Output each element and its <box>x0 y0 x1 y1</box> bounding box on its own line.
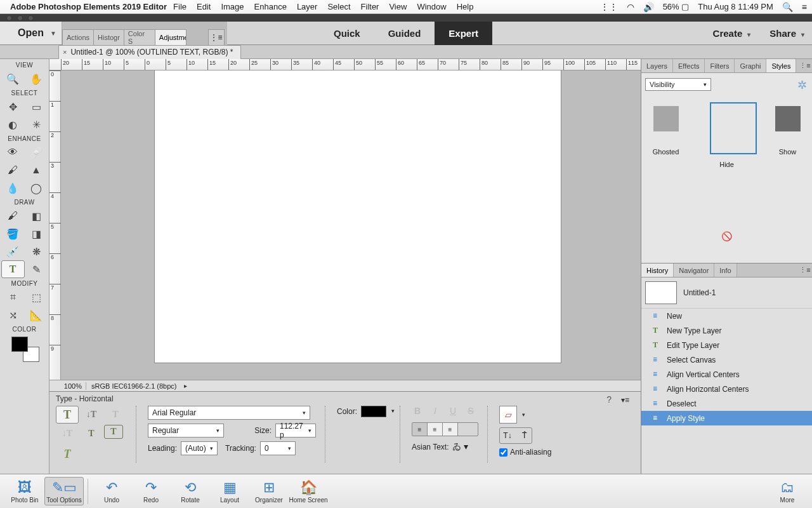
sponge-tool[interactable]: ◯ <box>25 179 48 197</box>
window-zoom-button[interactable] <box>28 15 34 21</box>
volume-icon[interactable]: 🔊 <box>643 2 654 12</box>
palette-tab-adjustments[interactable]: Adjustments <box>155 29 187 45</box>
menu-enhance[interactable]: Enhance <box>254 2 287 11</box>
gradient-tool[interactable]: ◨ <box>25 225 48 243</box>
canvas-viewport[interactable] <box>61 70 641 380</box>
panel-tab-effects[interactable]: Effects <box>673 59 705 72</box>
ruler-horizontal[interactable]: 2015105051015202530354045505560657075808… <box>49 59 641 70</box>
bold-button[interactable]: B <box>412 406 423 416</box>
eyedropper-tool[interactable]: 💉 <box>1 243 25 260</box>
font-size-field[interactable]: 112.27 p <box>275 424 316 438</box>
text-color-swatch[interactable] <box>361 406 386 417</box>
panel-tab-history[interactable]: History <box>641 264 674 277</box>
history-step[interactable]: ≡New <box>641 309 812 323</box>
styles-category-dropdown[interactable]: Visibility <box>645 78 711 91</box>
type-mask-vertical-button[interactable]: ↓T <box>56 425 79 443</box>
font-style-dropdown[interactable]: Regular <box>148 424 224 438</box>
type-mask-horizontal-button[interactable]: T <box>104 406 127 424</box>
style-show[interactable]: Show <box>771 106 805 168</box>
mode-quick[interactable]: Quick <box>320 22 374 45</box>
strikethrough-button[interactable]: S <box>465 406 476 416</box>
blur-tool[interactable]: 💧 <box>1 179 25 197</box>
smart-brush-tool[interactable]: 🖌 <box>1 161 25 179</box>
history-step[interactable]: ≡Align Vertical Centers <box>641 367 812 382</box>
menu-select[interactable]: Select <box>327 2 350 11</box>
clock[interactable]: Thu Aug 8 11:49 PM <box>698 2 773 11</box>
history-step[interactable]: TNew Type Layer <box>641 323 812 338</box>
tool-options-menu-icon[interactable]: ▾≡ <box>621 396 629 404</box>
move-tool[interactable]: ✥ <box>1 98 25 116</box>
panel-tab-filters[interactable]: Filters <box>705 59 735 72</box>
menu-layer[interactable]: Layer <box>297 2 318 11</box>
share-button[interactable]: Share <box>769 28 804 39</box>
align-left-button[interactable]: ≡ <box>412 423 428 436</box>
history-step[interactable]: ≡Align Horizontal Centers <box>641 382 812 396</box>
task-rotate[interactable]: ⟲Rotate <box>171 478 210 505</box>
hand-tool[interactable]: ✋ <box>25 70 48 88</box>
tracking-field[interactable]: 0 <box>260 441 296 455</box>
zoom-field[interactable]: 100% <box>49 382 86 390</box>
battery-status[interactable]: 56% ▢ <box>663 2 690 11</box>
panel-tab-styles[interactable]: Styles <box>766 59 796 72</box>
task-more[interactable]: 🗂More <box>768 478 807 505</box>
type-tool[interactable]: T <box>1 260 25 278</box>
document-canvas[interactable] <box>155 70 561 363</box>
panel-tab-info[interactable]: Info <box>714 264 737 277</box>
paint-bucket-tool[interactable]: 🪣 <box>1 225 25 243</box>
color-profile-display[interactable]: sRGB IEC61966-2.1 (8bpc) <box>86 382 182 390</box>
lasso-tool[interactable]: ◐ <box>1 116 25 133</box>
panel-flyout-icon[interactable]: ⋮≡ <box>798 59 812 72</box>
shape-tool[interactable]: ❋ <box>25 243 48 260</box>
color-picker[interactable] <box>10 337 39 362</box>
mode-guided[interactable]: Guided <box>374 22 435 45</box>
menu-file[interactable]: File <box>173 2 187 11</box>
magic-wand-tool[interactable]: ✳ <box>25 116 48 133</box>
style-ghosted[interactable]: Ghosted <box>649 106 683 168</box>
type-vertical-button[interactable]: ↓T <box>80 406 103 424</box>
menu-view[interactable]: View <box>389 2 407 11</box>
marquee-tool[interactable]: ▭ <box>25 98 48 116</box>
straighten-tool[interactable]: 📐 <box>25 306 48 324</box>
palette-tab-histogram[interactable]: Histogr <box>93 29 124 45</box>
redeye-tool[interactable]: 👁 <box>1 144 25 161</box>
ruler-vertical[interactable]: 0123456789 <box>49 70 61 380</box>
pencil-tool[interactable]: ✎ <box>25 260 48 278</box>
clone-stamp-tool[interactable]: ▲ <box>25 161 48 179</box>
menu-window[interactable]: Window <box>417 2 446 11</box>
eraser-tool[interactable]: ◧ <box>25 207 48 225</box>
task-home-screen[interactable]: 🏠Home Screen <box>289 478 328 505</box>
task-undo[interactable]: ↶Undo <box>92 478 131 505</box>
tool-options-help-icon[interactable]: ? <box>606 394 612 404</box>
foreground-color-swatch[interactable] <box>11 337 28 352</box>
panel-tab-graphics[interactable]: Graphi <box>735 59 766 72</box>
warp-text-button[interactable]: T̂ <box>516 428 532 443</box>
text-orientation-swatch[interactable]: ▱ <box>499 406 517 424</box>
mode-expert[interactable]: Expert <box>435 22 492 45</box>
leading-dropdown[interactable]: (Auto) <box>181 441 218 455</box>
panel-tab-layers[interactable]: Layers <box>641 59 673 72</box>
history-step[interactable]: TEdit Type Layer <box>641 338 812 352</box>
menu-extras-icon[interactable]: ≡ <box>802 2 807 12</box>
toggle-text-direction-button[interactable]: T↓ <box>500 428 515 443</box>
underline-button[interactable]: U <box>447 406 459 416</box>
asian-text-dropdown[interactable]: ゐ ▾ <box>452 441 468 453</box>
align-center-button[interactable]: ≡ <box>428 423 443 436</box>
history-step[interactable]: ≡Deselect <box>641 396 812 411</box>
recompose-tool[interactable]: ⬚ <box>25 288 48 306</box>
menu-image[interactable]: Image <box>221 2 244 11</box>
close-document-icon[interactable]: × <box>63 48 67 56</box>
task-redo[interactable]: ↷Redo <box>131 478 171 505</box>
app-name[interactable]: Adobe Photoshop Elements 2019 Editor <box>10 2 167 11</box>
type-on-shape-button[interactable]: T <box>104 425 123 439</box>
content-aware-tool[interactable]: ⤭ <box>1 306 25 324</box>
style-hide[interactable]: Hide <box>710 106 744 168</box>
task-organizer[interactable]: ⊞Organizer <box>249 478 289 505</box>
zoom-tool[interactable]: 🔍 <box>1 70 25 88</box>
wifi-icon[interactable]: ◠ <box>627 2 634 12</box>
window-minimize-button[interactable] <box>17 15 23 21</box>
align-right-button[interactable]: ≡ <box>443 423 458 436</box>
spotlight-icon[interactable]: 🔍 <box>782 2 793 12</box>
italic-button[interactable]: I <box>429 406 441 416</box>
type-warp-button[interactable]: T <box>56 445 79 463</box>
create-button[interactable]: Create <box>713 28 751 39</box>
